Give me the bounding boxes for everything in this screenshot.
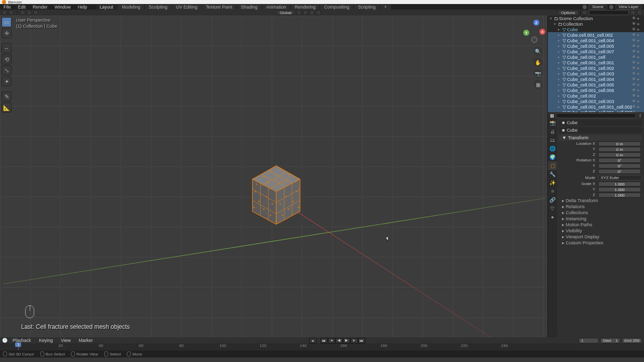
outliner-item-9[interactable]: ▸▽Cube_cell.001_cell.005👁▸ [548, 82, 644, 87]
tab-scripting[interactable]: Scripting [354, 5, 380, 10]
tab-scene-icon[interactable]: 🌐 [548, 144, 557, 153]
tab-viewlayer-icon[interactable]: 🗂 [548, 136, 557, 144]
playback-menu[interactable]: Playback [10, 338, 34, 343]
outliner-item-6[interactable]: ▸▽Cube_cell.001_cell.002👁▸ [548, 65, 644, 71]
outliner-item-12[interactable]: ▸▽Cube_cell.003_cell.003👁▸ [548, 99, 644, 104]
tab-physics-icon[interactable]: ⚛ [548, 187, 557, 196]
end-frame-field[interactable]: End 250 [622, 338, 642, 343]
outliner-item-0[interactable]: ▸▽Cube.cell.001_cell.002👁▸ [548, 32, 644, 38]
timeline-track[interactable]: 020406080100120140160180200220240 [0, 343, 644, 350]
tab-render-icon[interactable]: 📸 [548, 119, 557, 127]
outliner-item-8[interactable]: ▸▽Cube_cell.001_cell.004👁▸ [548, 76, 644, 82]
perspective-toggle-icon[interactable]: ▦ [533, 80, 542, 89]
current-frame-field[interactable]: 1 [579, 338, 599, 343]
measure-tool-icon[interactable]: 📐 [2, 103, 12, 113]
location-y-field[interactable]: 0 m [598, 147, 641, 152]
marker-menu[interactable]: Marker [75, 338, 96, 343]
tab-material-icon[interactable]: ● [548, 213, 557, 221]
keyframe-prev-icon[interactable]: ◂ [328, 338, 335, 343]
timeline-view-menu[interactable]: View [58, 338, 73, 343]
location-z-field[interactable]: 0 m [598, 152, 641, 157]
cube-object[interactable] [247, 161, 306, 227]
scale-y-field[interactable]: 1.000 [598, 187, 641, 192]
props-editor-icon[interactable]: ▦ [549, 113, 554, 118]
tab-uv-editing[interactable]: UV Editing [172, 5, 202, 10]
outliner-cube[interactable]: ▸▽Cube👁▸ [548, 27, 644, 32]
tab-particles-icon[interactable]: ✨ [548, 178, 557, 187]
drag-toggle-icon[interactable] [33, 10, 38, 15]
transform-section-header[interactable]: ▼ Transform [559, 135, 642, 141]
tab-compositing[interactable]: Compositing [320, 5, 354, 10]
location-x-field[interactable]: 0 m [598, 141, 641, 146]
prop-crumb-2[interactable]: ■ Cube [559, 127, 642, 133]
keying-menu[interactable]: Keying [36, 338, 56, 343]
start-frame-field[interactable]: Start 1 [600, 338, 620, 343]
pivot-icon[interactable] [296, 10, 301, 15]
keyframe-next-icon[interactable]: ▸ [351, 338, 358, 343]
menu-file[interactable]: File [0, 5, 15, 10]
pan-icon[interactable]: ✋ [533, 58, 542, 67]
scene-field[interactable]: Scene [589, 5, 607, 10]
play-reverse-icon[interactable]: ◀ [336, 338, 343, 343]
tab-layout[interactable]: Layout [96, 5, 118, 10]
transform-tool-icon[interactable]: ✦ [2, 76, 12, 86]
move-tool-icon[interactable]: ↔ [2, 43, 12, 53]
zoom-icon[interactable]: 🔍 [533, 47, 542, 56]
snap-icon[interactable] [303, 10, 308, 15]
rotation-x-field[interactable]: 0° [598, 158, 641, 163]
outliner-item-11[interactable]: ▸▽Cube_cell.002👁▸ [548, 93, 644, 99]
outliner-item-13[interactable]: ▸▽Cube_cell.001_cell.001_cell.002👁▸ [548, 104, 644, 110]
props-options-icon[interactable]: ⋮ [637, 113, 642, 118]
rotation-mode-dropdown[interactable]: XYZ Euler [598, 175, 642, 180]
viewlayer-field[interactable]: View Layer [615, 5, 642, 10]
outliner-filter2-icon[interactable] [637, 10, 642, 15]
outliner-item-1[interactable]: ▸▽Cube_cell.001_cell.004👁▸ [548, 38, 644, 43]
gizmo-x-icon[interactable]: X [539, 29, 545, 35]
menu-edit[interactable]: Edit [15, 5, 30, 10]
select-tool-icon[interactable] [9, 10, 14, 15]
gizmo-neg-icon[interactable] [531, 37, 537, 43]
outliner-item-3[interactable]: ▸▽Cube_cell.001_cell.007👁▸ [548, 49, 644, 54]
scale-z-field[interactable]: 1.000 [598, 193, 641, 198]
outliner-item-2[interactable]: ▸▽Cube_cell.001_cell.005👁▸ [548, 43, 644, 49]
cursor-3d-tool-icon[interactable]: ✛ [2, 28, 12, 38]
jump-start-icon[interactable]: ⏮ [320, 338, 328, 343]
autokey-toggle-icon[interactable]: ● [309, 338, 316, 343]
orientation-dropdown[interactable]: Global [276, 10, 295, 15]
select-box-tool-icon[interactable]: ▭ [2, 17, 12, 27]
tab-texture-paint[interactable]: Texture Paint [202, 5, 237, 10]
tab-world-icon[interactable]: 🌍 [548, 153, 557, 161]
tab-modeling[interactable]: Modeling [118, 5, 145, 10]
options-dropdown[interactable]: Options [557, 10, 579, 15]
tab-object-icon[interactable]: ▢ [548, 161, 557, 170]
camera-view-icon[interactable]: 📷 [533, 69, 542, 78]
gizmo-y-icon[interactable]: Y [523, 30, 529, 36]
properties-search[interactable] [556, 113, 636, 118]
play-icon[interactable]: ▶ [343, 338, 350, 343]
tab-modifiers-icon[interactable]: 🔧 [548, 170, 557, 178]
nav-gizmo[interactable]: Z X Y [518, 19, 543, 44]
section-custom-properties[interactable]: ▸ Custom Properties [559, 240, 642, 246]
scale-tool-icon[interactable]: ⤡ [2, 65, 12, 75]
tab-constraints-icon[interactable]: 🔗 [548, 196, 557, 204]
outliner-item-7[interactable]: ▸▽Cube_cell.001_cell.003👁▸ [548, 71, 644, 76]
rotation-z-field[interactable]: 0° [598, 169, 641, 174]
scale-x-field[interactable]: 1.000 [598, 182, 641, 187]
section-collections[interactable]: ▸ Collections [559, 210, 642, 216]
menu-render[interactable]: Render [29, 5, 51, 10]
section-viewport-display[interactable]: ▸ Viewport Display [559, 234, 642, 240]
menu-window[interactable]: Window [51, 5, 74, 10]
tab-shading[interactable]: Shading [237, 5, 262, 10]
rotate-tool-icon[interactable]: ⟲ [2, 54, 12, 64]
outliner-scene-collection[interactable]: ▾🗀Scene Collection👁▸ [548, 16, 644, 21]
prop-crumb-1[interactable]: ■ Cube [559, 120, 642, 126]
section-instancing[interactable]: ▸ Instancing [559, 216, 642, 222]
menu-help[interactable]: Help [74, 5, 91, 10]
tab-sculpting[interactable]: Sculpting [145, 5, 172, 10]
tab-animation[interactable]: Animation [262, 5, 291, 10]
drag-deselect-icon[interactable] [27, 10, 32, 15]
section-delta-transform[interactable]: ▸ Delta Transform [559, 198, 642, 204]
proportional-icon[interactable] [316, 10, 321, 15]
outliner-new-collection-icon[interactable] [630, 10, 635, 15]
section-visibility[interactable]: ▸ Visibility [559, 228, 642, 234]
